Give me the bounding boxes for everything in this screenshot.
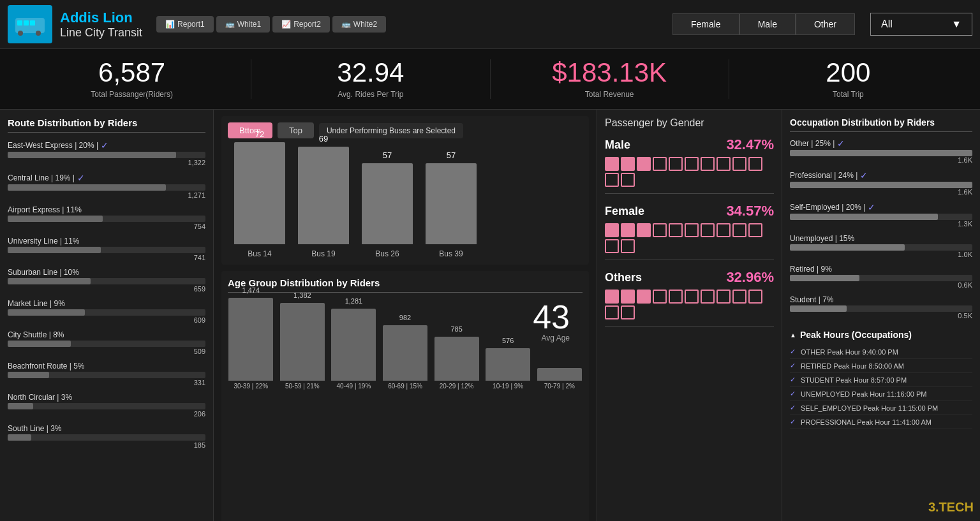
male-filter-btn[interactable]: Male — [739, 13, 796, 35]
route-label: Beachfront Route | 5% — [8, 362, 205, 371]
route-bar-bg — [8, 152, 205, 158]
age-bar-group-1: 1,382 50-59 | 21% — [279, 303, 326, 390]
route-value: 1,322 — [8, 159, 205, 166]
route-label: Central Line | 19% | ✓ — [8, 173, 205, 183]
route-value: 509 — [8, 348, 205, 355]
occ-label: Other | 25% | ✓ — [790, 138, 972, 149]
tab-white1[interactable]: 🚌 White1 — [216, 16, 270, 33]
gender-group-male: Male 32.47% — [605, 136, 774, 194]
center-panel: Bttom Top Under Performing Buses are Sel… — [214, 110, 597, 521]
kpi-revenue: $183.13K Total Revenue — [491, 59, 729, 99]
route-bar — [8, 247, 101, 253]
peak-label: UNEMPLOYED Peak Hour 11:16:00 PM — [801, 390, 926, 398]
age-bar: 1,474 — [228, 298, 273, 381]
gender-dots — [605, 223, 774, 253]
route-bar — [8, 372, 49, 378]
route-bar — [8, 341, 71, 347]
route-bar-bg — [8, 184, 205, 191]
gender-panel: Passenger by Gender Male 32.47% Female 3… — [597, 110, 782, 521]
check-icon: ✓ — [101, 140, 108, 150]
route-item-2: Airport Express | 11% 754 — [8, 205, 205, 230]
routes-title: Route Distribution by Riders — [8, 117, 205, 133]
age-bar-value: 1,281 — [331, 297, 376, 305]
dot-empty — [732, 223, 746, 237]
age-bar: 982 — [383, 325, 427, 381]
route-label: South Line | 3% — [8, 424, 205, 433]
dot-empty — [621, 305, 635, 319]
bus-bar-label: Bus 14 — [248, 249, 271, 258]
route-label: Market Line | 9% — [8, 299, 205, 308]
kpi-avg-rides-label: Avg. Rides Per Trip — [264, 90, 477, 99]
occ-bar — [790, 275, 859, 281]
logo-subtitle: Line City Transit — [60, 26, 142, 40]
age-bar-group-4: 785 20-29 | 12% — [433, 337, 480, 390]
age-bar-value: 982 — [383, 314, 427, 321]
age-bar-label: 30-39 | 22% — [234, 383, 268, 390]
check-icon: ✓ — [860, 170, 868, 180]
peak-label: RETIRED Peak Hour 8:50:00 AM — [801, 362, 904, 370]
dot-empty — [669, 223, 683, 237]
gender-dots — [605, 290, 774, 319]
peak-check-icon: ✓ — [790, 348, 796, 356]
peak-label: PROFESSIONAL Peak Hour 11:41:00 AM — [801, 418, 932, 426]
dot-filled — [605, 290, 619, 304]
route-value: 754 — [8, 223, 205, 230]
dot-filled — [621, 223, 635, 237]
peak-check-icon: ✓ — [790, 418, 796, 426]
age-bar-label: 70-79 | 2% — [544, 383, 575, 390]
other-filter-btn[interactable]: Other — [796, 13, 855, 35]
bus-bar-label: Bus 39 — [439, 249, 463, 258]
route-label: North Circular | 3% — [8, 393, 205, 402]
occupation-list: Other | 25% | ✓ 1.6K Professional | 24% … — [790, 138, 972, 319]
peak-section: ▲ Peak Hours (Occupations) ✓OTHER Peak H… — [790, 330, 972, 429]
route-value: 206 — [8, 410, 205, 418]
check-icon: ✓ — [868, 202, 875, 212]
route-bar-bg — [8, 403, 205, 409]
dot-empty — [716, 290, 731, 304]
bus-bar-value: 69 — [298, 134, 349, 143]
age-bar-group-6: 70-79 | 2% — [536, 368, 583, 390]
dot-filled — [637, 157, 651, 171]
gender-name: Male — [605, 138, 630, 152]
dot-empty — [748, 223, 762, 237]
all-dropdown[interactable]: All ▼ — [870, 13, 972, 36]
kpi-avg-rides-value: 32.94 — [264, 59, 477, 86]
gender-group-others: Others 32.96% — [605, 269, 774, 327]
peak-check-icon: ✓ — [790, 404, 796, 412]
occ-label: Professional | 24% | ✓ — [790, 170, 972, 180]
route-bar-bg — [8, 278, 205, 284]
bus-bar-group-2: 57 Bus 26 — [362, 163, 413, 258]
bus-bar-value: 72 — [234, 129, 285, 139]
dot-filled — [605, 223, 619, 237]
dot-empty — [685, 223, 699, 237]
peak-check-icon: ✓ — [790, 362, 796, 370]
occupation-title: Occupation Distribution by Riders — [790, 117, 972, 132]
tab-white2[interactable]: 🚌 White2 — [332, 16, 386, 33]
dot-empty — [605, 173, 619, 187]
dot-filled — [621, 157, 635, 171]
watermark: 3.TECH — [928, 500, 974, 515]
dot-empty — [732, 290, 746, 304]
peak-item-5: ✓PROFESSIONAL Peak Hour 11:41:00 AM — [790, 415, 972, 429]
peak-title: ▲ Peak Hours (Occupations) — [790, 330, 972, 340]
gender-title: Passenger by Gender — [605, 117, 774, 129]
gender-divider — [605, 193, 774, 194]
route-value: 1,271 — [8, 191, 205, 199]
female-filter-btn[interactable]: Female — [672, 13, 739, 35]
route-bar — [8, 278, 91, 284]
bus-bar-group-3: 57 Bus 39 — [426, 163, 477, 258]
gender-groups: Male 32.47% Female 34.57% Others 32.96% — [605, 136, 774, 327]
dot-empty — [669, 157, 683, 171]
occ-bar — [790, 150, 972, 156]
occ-item-5: Student | 7% 0.5K — [790, 295, 972, 319]
bus-bar-label: Bus 26 — [375, 249, 399, 258]
route-bar-bg — [8, 434, 205, 441]
route-bar-bg — [8, 372, 205, 378]
route-bar-bg — [8, 341, 205, 347]
tab-report2[interactable]: 📈 Report2 — [272, 16, 330, 33]
gender-name: Female — [605, 205, 644, 218]
dot-empty — [732, 157, 746, 171]
peak-list: ✓OTHER Peak Hour 9:40:00 PM✓RETIRED Peak… — [790, 345, 972, 429]
gender-group-female: Female 34.57% — [605, 203, 774, 260]
tab-report1[interactable]: 📊 Report1 — [156, 16, 214, 33]
